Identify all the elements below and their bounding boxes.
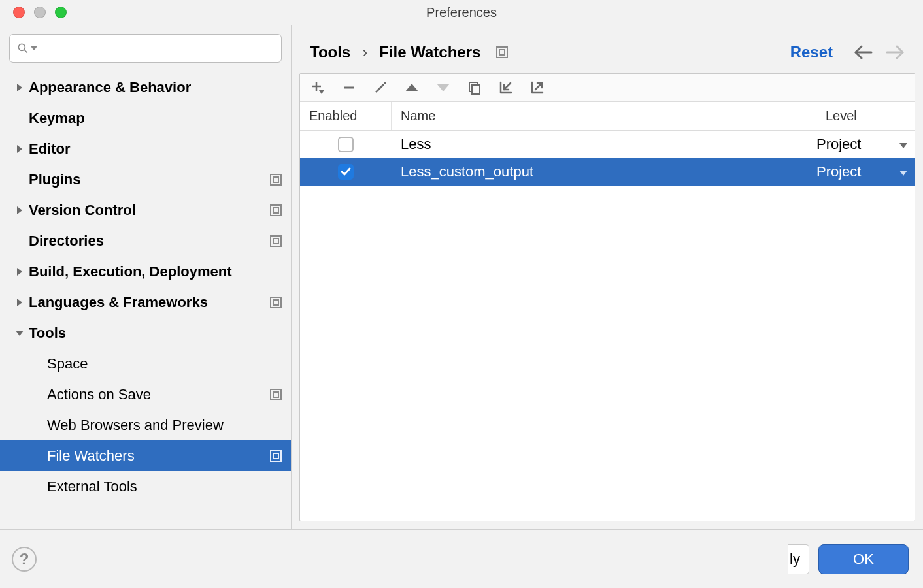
- expand-arrow-icon: [10, 206, 29, 215]
- sidebar-item-label: File Watchers: [47, 448, 135, 465]
- svg-rect-13: [271, 297, 281, 308]
- project-scope-icon: [270, 174, 282, 186]
- window-minimize-button[interactable]: [34, 7, 46, 18]
- level-dropdown[interactable]: Project: [816, 136, 915, 153]
- svg-rect-4: [271, 174, 281, 185]
- truncated-button-fragment[interactable]: ly: [788, 544, 809, 574]
- project-scope-icon: [270, 204, 282, 216]
- sidebar-item-external-tools[interactable]: External Tools: [0, 471, 291, 502]
- col-level[interactable]: Level: [816, 102, 915, 130]
- sidebar-item-plugins[interactable]: Plugins: [0, 164, 291, 195]
- reset-button[interactable]: Reset: [790, 43, 833, 61]
- sidebar-item-label: Web Browsers and Preview: [47, 417, 224, 434]
- nav-forward-button: [885, 44, 905, 60]
- sidebar-item-label: Languages & Frameworks: [29, 294, 208, 311]
- move-up-button[interactable]: [405, 83, 419, 92]
- watchers-toolbar: [300, 74, 915, 102]
- ok-button[interactable]: OK: [818, 544, 909, 574]
- sidebar-item-label: Plugins: [29, 171, 80, 188]
- dropdown-caret-icon: [31, 45, 37, 52]
- sidebar-item-version-control[interactable]: Version Control: [0, 195, 291, 225]
- svg-marker-12: [17, 299, 22, 306]
- sidebar-item-web-browsers-and-preview[interactable]: Web Browsers and Preview: [0, 410, 291, 440]
- svg-marker-27: [405, 84, 418, 91]
- search-input[interactable]: [9, 34, 282, 63]
- window-close-button[interactable]: [13, 7, 25, 18]
- expand-arrow-icon: [10, 144, 29, 154]
- sidebar-item-file-watchers[interactable]: File Watchers: [0, 440, 291, 471]
- sidebar-item-label: Directories: [29, 233, 104, 250]
- sidebar-item-languages-frameworks[interactable]: Languages & Frameworks: [0, 287, 291, 318]
- svg-rect-8: [273, 208, 278, 213]
- project-scope-icon: [270, 450, 282, 462]
- content-area: Tools › File Watchers Reset: [292, 25, 923, 529]
- project-scope-icon: [270, 235, 282, 247]
- sidebar-item-label: External Tools: [47, 478, 137, 495]
- enabled-checkbox[interactable]: [338, 137, 354, 152]
- svg-line-32: [535, 83, 542, 90]
- search-field[interactable]: [39, 42, 275, 56]
- sidebar-item-label: Version Control: [29, 202, 136, 219]
- col-name[interactable]: Name: [392, 102, 816, 130]
- svg-rect-21: [499, 50, 505, 55]
- sidebar-item-actions-on-save[interactable]: Actions on Save: [0, 379, 291, 410]
- export-button[interactable]: [530, 80, 545, 95]
- help-button[interactable]: ?: [12, 547, 37, 572]
- remove-button[interactable]: [342, 80, 356, 95]
- svg-marker-34: [899, 171, 907, 176]
- svg-marker-2: [17, 84, 22, 91]
- svg-rect-7: [271, 205, 281, 216]
- table-row[interactable]: LessProject: [300, 131, 915, 158]
- svg-rect-16: [271, 389, 281, 400]
- project-scope-icon: [496, 46, 508, 58]
- col-enabled[interactable]: Enabled: [300, 102, 392, 130]
- sidebar-item-label: Build, Execution, Deployment: [29, 263, 231, 280]
- expand-arrow-icon: [10, 83, 29, 92]
- svg-rect-20: [497, 47, 507, 57]
- sidebar-item-label: Tools: [29, 325, 66, 342]
- level-dropdown[interactable]: Project: [816, 163, 915, 180]
- svg-point-0: [18, 44, 25, 50]
- sidebar-item-appearance-behavior[interactable]: Appearance & Behavior: [0, 72, 291, 103]
- table-row[interactable]: Less_custom_outputProject: [300, 158, 915, 186]
- search-icon: [16, 42, 29, 55]
- svg-line-31: [504, 83, 511, 90]
- titlebar: Preferences: [0, 0, 923, 25]
- svg-line-1: [25, 50, 27, 53]
- window-maximize-button[interactable]: [55, 7, 67, 18]
- sidebar-item-directories[interactable]: Directories: [0, 225, 291, 256]
- dialog-footer: ? ly OK: [0, 529, 923, 588]
- move-down-button: [436, 83, 450, 92]
- window-title: Preferences: [0, 5, 923, 20]
- expand-arrow-icon: [10, 267, 29, 276]
- svg-rect-19: [273, 453, 278, 459]
- window-controls: [0, 7, 67, 18]
- sidebar-item-space[interactable]: Space: [0, 348, 291, 379]
- sidebar-item-editor[interactable]: Editor: [0, 133, 291, 164]
- svg-marker-15: [16, 331, 24, 336]
- svg-marker-28: [437, 84, 450, 91]
- content-header: Tools › File Watchers Reset: [292, 25, 923, 73]
- copy-button[interactable]: [467, 80, 482, 95]
- sidebar-item-tools[interactable]: Tools: [0, 318, 291, 348]
- table-header: Enabled Name Level: [300, 102, 915, 131]
- svg-rect-30: [472, 85, 480, 94]
- svg-marker-33: [899, 143, 907, 148]
- svg-rect-9: [271, 236, 281, 246]
- sidebar-item-label: Actions on Save: [47, 386, 151, 403]
- sidebar-item-build-execution-deployment[interactable]: Build, Execution, Deployment: [0, 256, 291, 287]
- chevron-down-icon: [899, 136, 908, 153]
- edit-button[interactable]: [373, 80, 388, 95]
- sidebar-item-label: Editor: [29, 140, 71, 157]
- chevron-down-icon: [899, 163, 908, 180]
- sidebar-item-keymap[interactable]: Keymap: [0, 103, 291, 133]
- add-button[interactable]: [310, 80, 325, 95]
- enabled-checkbox[interactable]: [338, 164, 354, 180]
- svg-marker-3: [17, 145, 22, 153]
- project-scope-icon: [270, 297, 282, 308]
- import-button[interactable]: [499, 80, 513, 95]
- breadcrumb-root[interactable]: Tools: [310, 43, 350, 61]
- expand-arrow-icon: [10, 298, 29, 307]
- nav-back-button[interactable]: [854, 44, 873, 60]
- svg-marker-6: [17, 206, 22, 214]
